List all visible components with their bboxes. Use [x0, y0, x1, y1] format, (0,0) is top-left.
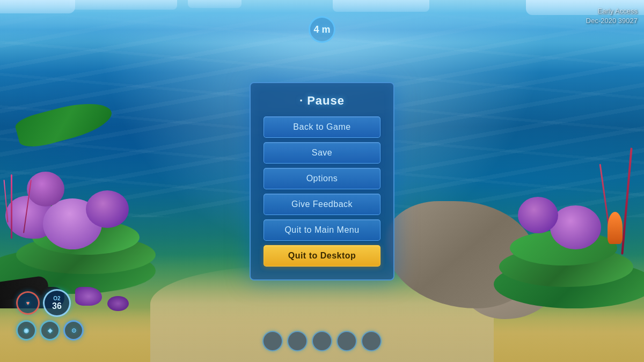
save-button[interactable]: Save	[264, 142, 380, 164]
quit-main-menu-button[interactable]: Quit to Main Menu	[264, 219, 380, 241]
pause-menu-overlay: · Pause Back to Game Save Options Give F…	[0, 0, 644, 362]
back-to-game-button[interactable]: Back to Game	[264, 116, 380, 138]
quit-desktop-button[interactable]: Quit to Desktop	[264, 245, 380, 267]
pause-menu: · Pause Back to Game Save Options Give F…	[250, 82, 394, 280]
options-button[interactable]: Options	[264, 168, 380, 189]
give-feedback-button[interactable]: Give Feedback	[264, 194, 380, 215]
pause-title: · Pause	[299, 94, 345, 108]
